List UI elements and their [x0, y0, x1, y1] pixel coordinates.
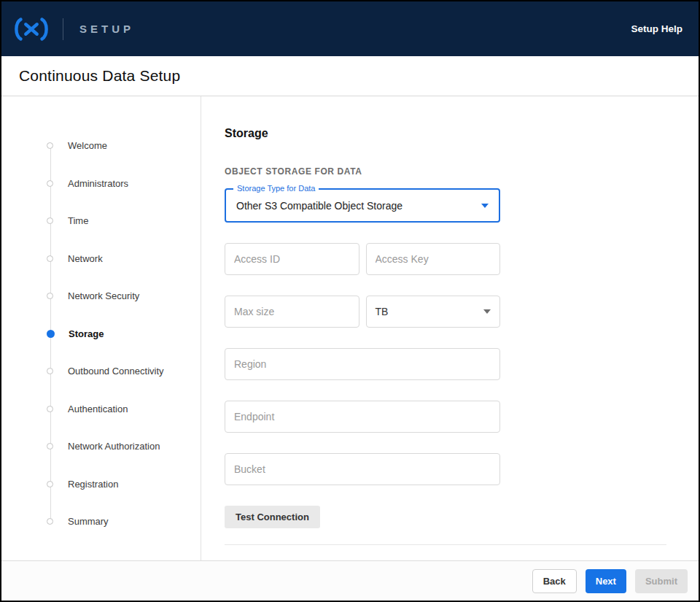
step-dot: [47, 217, 53, 224]
step-label: Time: [68, 215, 88, 226]
stepper-item-network[interactable]: Network: [47, 240, 201, 278]
back-button[interactable]: Back: [532, 569, 577, 593]
submit-button[interactable]: Submit: [635, 569, 688, 593]
next-button[interactable]: Next: [586, 569, 626, 593]
endpoint-input[interactable]: [225, 401, 500, 433]
header-divider: [63, 18, 63, 40]
storage-type-value: Other S3 Compatible Object Storage: [236, 200, 481, 212]
step-label: Network Authorization: [68, 441, 160, 452]
size-unit-value: TB: [376, 306, 484, 317]
max-size-row: TB: [225, 296, 500, 328]
step-dot: [47, 255, 53, 262]
step-dot: [47, 481, 53, 487]
top-bar: SETUP Setup Help: [1, 1, 699, 56]
setup-help-link[interactable]: Setup Help: [631, 23, 682, 34]
step-label: Summary: [68, 516, 109, 527]
setup-stepper: Welcome Administrators Time Network Netw…: [47, 127, 201, 541]
chevron-down-icon: [483, 309, 491, 314]
stepper-item-registration[interactable]: Registration: [47, 466, 201, 503]
object-storage-section-label: OBJECT STORAGE FOR DATA: [225, 166, 666, 177]
step-dot: [47, 518, 53, 525]
step-label: Storage: [69, 328, 104, 339]
content-divider: [225, 544, 666, 545]
content-area: Welcome Administrators Time Network Netw…: [1, 96, 699, 560]
delphix-logo-icon: [12, 16, 51, 42]
stepper-item-outbound-connectivity[interactable]: Outbound Connectivity: [47, 352, 201, 390]
stepper-item-administrators[interactable]: Administrators: [47, 165, 201, 203]
title-bar: Continuous Data Setup: [1, 56, 699, 96]
step-label: Welcome: [68, 140, 107, 151]
storage-form: Storage OBJECT STORAGE FOR DATA Storage …: [201, 96, 699, 560]
section-heading: Storage: [225, 127, 666, 140]
max-size-input[interactable]: [225, 296, 359, 328]
stepper-item-network-authorization[interactable]: Network Authorization: [47, 428, 201, 466]
step-label: Network Security: [68, 290, 139, 301]
app-window: SETUP Setup Help Continuous Data Setup W…: [0, 0, 700, 602]
test-connection-button[interactable]: Test Connection: [225, 506, 320, 528]
step-dot: [47, 180, 53, 187]
access-id-input[interactable]: [225, 243, 359, 275]
setup-wordmark: SETUP: [79, 23, 134, 35]
footer-action-bar: Back Next Submit: [1, 560, 699, 601]
chevron-down-icon: [481, 204, 489, 208]
stepper-item-welcome[interactable]: Welcome: [47, 127, 201, 165]
step-label: Administrators: [68, 178, 128, 189]
stepper-item-summary[interactable]: Summary: [47, 503, 201, 541]
step-dot: [47, 293, 53, 299]
step-dot: [47, 368, 53, 374]
bucket-input[interactable]: [225, 453, 500, 485]
access-key-input[interactable]: [366, 243, 501, 275]
page-title: Continuous Data Setup: [19, 67, 180, 85]
region-input[interactable]: [225, 348, 500, 380]
step-label: Registration: [68, 479, 118, 490]
step-dot: [47, 142, 53, 149]
step-label: Outbound Connectivity: [68, 366, 164, 377]
setup-sidebar: Welcome Administrators Time Network Netw…: [1, 96, 201, 560]
step-label: Network: [68, 253, 103, 264]
storage-type-select[interactable]: Storage Type for Data Other S3 Compatibl…: [225, 188, 500, 223]
size-unit-select[interactable]: TB: [366, 296, 501, 328]
storage-type-float-label: Storage Type for Data: [233, 184, 319, 193]
credentials-row: [225, 243, 500, 275]
step-label: Authentication: [68, 404, 128, 414]
stepper-item-authentication[interactable]: Authentication: [47, 390, 201, 428]
stepper-item-storage[interactable]: Storage: [47, 315, 201, 353]
stepper-item-network-security[interactable]: Network Security: [47, 277, 201, 315]
stepper-item-time[interactable]: Time: [47, 202, 201, 240]
step-dot: [47, 443, 53, 449]
step-dot: [47, 406, 53, 412]
step-dot-active: [47, 330, 55, 338]
